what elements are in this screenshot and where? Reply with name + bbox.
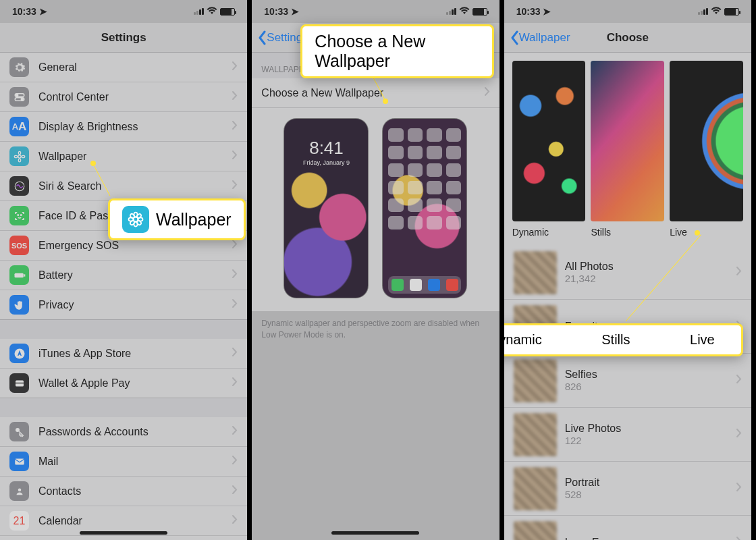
settings-row-contacts[interactable]: Contacts [0, 477, 247, 506]
row-label: Emergency SOS [38, 240, 222, 252]
svg-point-3 [21, 98, 23, 100]
contacts-icon [9, 481, 29, 501]
svg-point-11 [20, 214, 22, 215]
chevron-right-icon [484, 86, 490, 99]
album-info: Live Photos122 [565, 423, 728, 446]
wallpaper-type-dynamic[interactable]: Dynamic [512, 61, 586, 246]
chevron-right-icon [232, 90, 238, 103]
signal-icon [194, 8, 204, 15]
lock-screen-preview[interactable]: 8:41 Friday, January 9 [284, 119, 368, 298]
chevron-right-icon [736, 374, 742, 387]
nav-title: Settings [101, 31, 146, 45]
settings-row-wallpaper[interactable]: Wallpaper [0, 142, 247, 171]
settings-row-display-brightness[interactable]: AADisplay & Brightness [0, 112, 247, 142]
album-name: All Photos [565, 261, 728, 273]
album-info: Long Exposure [565, 537, 728, 541]
svg-point-19 [18, 488, 21, 491]
home-indicator[interactable] [80, 531, 167, 535]
wallet-icon [9, 373, 29, 393]
chevron-right-icon [232, 377, 238, 389]
album-row-selfies[interactable]: Selfies826 [504, 354, 751, 408]
chevron-right-icon [736, 428, 742, 441]
wallpaper-type-live[interactable]: Live [670, 61, 743, 246]
choose-screen: 10:33 ➤ Wallpaper Choose Dynamic Stills … [504, 0, 751, 540]
album-thumbnail [514, 467, 557, 510]
album-thumbnail [514, 251, 557, 294]
album-name: Selfies [565, 369, 728, 381]
back-button[interactable]: Wallpaper [510, 30, 570, 45]
settings-row-notes[interactable]: Notes [0, 536, 247, 540]
nav-bar: Wallpaper Choose [504, 23, 751, 53]
chevron-right-icon [232, 150, 238, 163]
home-screen-preview[interactable] [383, 119, 466, 298]
chevron-right-icon [232, 61, 238, 74]
battery-icon [724, 8, 739, 16]
toggles-icon [9, 87, 29, 107]
status-time: 10:33 [264, 6, 288, 17]
album-info: Portrait528 [565, 477, 728, 500]
svg-point-8 [22, 155, 25, 157]
nav-bar: Settings [0, 23, 247, 53]
settings-row-control-center[interactable]: Control Center [0, 82, 247, 112]
settings-row-mail[interactable]: Mail [0, 447, 247, 477]
chevron-right-icon [232, 485, 238, 497]
row-label: General [38, 61, 222, 74]
stills-thumbnail [591, 61, 664, 221]
battery-icon [9, 265, 29, 285]
wallpaper-type-stills[interactable]: Stills [591, 61, 664, 246]
settings-row-wallet-apple-pay[interactable]: Wallet & Apple Pay [0, 369, 247, 398]
album-name: Portrait [565, 477, 728, 489]
album-info: Selfies826 [565, 369, 728, 392]
callout-label: Wallpaper [156, 210, 232, 230]
album-row-live-photos[interactable]: Live Photos122 [504, 408, 751, 462]
svg-point-17 [16, 428, 20, 432]
wifi-icon [459, 6, 470, 17]
chevron-right-icon [736, 482, 742, 495]
chevron-right-icon [232, 514, 238, 527]
row-label: Battery [38, 269, 222, 281]
album-row-long-exposure[interactable]: Long Exposure [504, 516, 751, 540]
settings-row-general[interactable]: General [0, 53, 247, 82]
album-row-all-photos[interactable]: All Photos21,342 [504, 246, 751, 300]
row-label: Calendar [38, 515, 222, 527]
gear-icon [9, 57, 29, 77]
status-bar: 10:33 ➤ [504, 0, 751, 23]
row-label: iTunes & App Store [38, 348, 222, 360]
settings-row-itunes-app-store[interactable]: iTunes & App Store [0, 339, 247, 369]
settings-row-siri-search[interactable]: Siri & Search [0, 171, 247, 201]
home-indicator[interactable] [331, 531, 419, 535]
settings-screen: 10:33 ➤ Settings GeneralControl CenterAA… [0, 0, 247, 540]
signal-icon [446, 8, 456, 15]
row-label: Wallet & Apple Pay [38, 377, 222, 389]
row-label: Passwords & Accounts [38, 426, 222, 438]
footnote: Dynamic wallpaper and perspective zoom a… [252, 311, 499, 348]
callout-label: Choose a New Wallpaper [315, 32, 479, 71]
wallpaper-screen: 10:33 ➤ Settings WALLPAPER Choose a New … [252, 0, 499, 540]
callout-dot [695, 230, 700, 236]
hand-icon [9, 295, 29, 315]
callout-stills: Stills [601, 332, 630, 348]
svg-point-5 [18, 151, 20, 155]
key-icon [9, 422, 29, 441]
status-bar: 10:33 ➤ [252, 0, 499, 23]
flower-icon [9, 146, 29, 166]
chevron-right-icon [232, 239, 238, 252]
type-label: Stills [591, 221, 664, 246]
callout-choose-wallpaper: Choose a New Wallpaper [300, 24, 493, 78]
svg-point-4 [18, 155, 20, 157]
settings-row-battery[interactable]: Battery [0, 261, 247, 290]
callout-live: Live [690, 332, 715, 348]
location-arrow-icon: ➤ [39, 6, 47, 17]
album-row-portrait[interactable]: Portrait528 [504, 462, 751, 516]
sos-icon: SOS [9, 236, 29, 255]
settings-row-passwords-accounts[interactable]: Passwords & Accounts [0, 417, 247, 447]
svg-point-10 [18, 214, 19, 215]
section-gap [0, 320, 247, 339]
settings-row-privacy[interactable]: Privacy [0, 290, 247, 320]
row-label: Display & Brightness [38, 121, 222, 133]
svg-rect-13 [24, 274, 25, 276]
wallpaper-types: Dynamic Stills Live [504, 53, 751, 246]
row-label: Wallpaper [38, 151, 222, 163]
dynamic-thumbnail [512, 61, 586, 221]
siri-icon [9, 176, 29, 196]
